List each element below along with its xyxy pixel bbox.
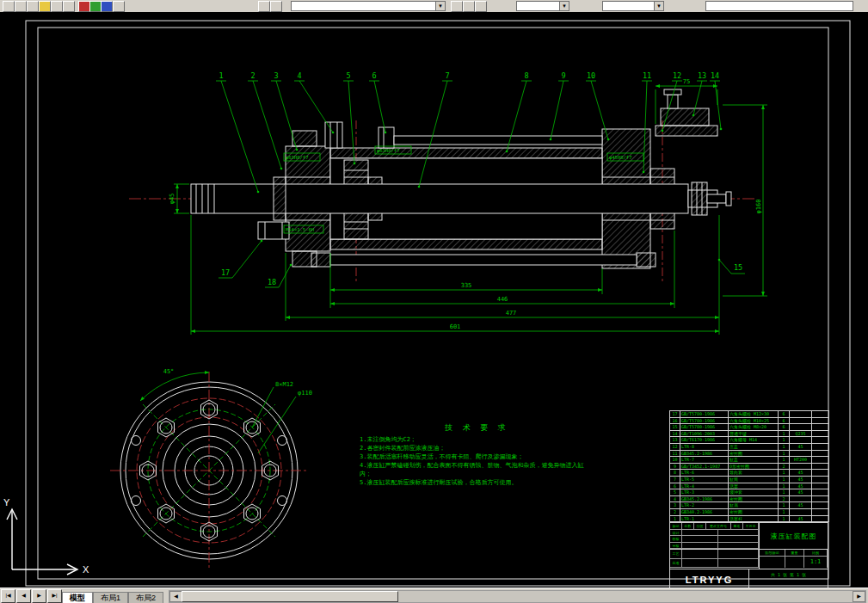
bom-qty: 1 (779, 430, 790, 437)
dim-335: 335 (461, 282, 472, 289)
folder-icon[interactable] (39, 1, 51, 12)
bom-qty: 6 (779, 411, 790, 418)
cylinder-assembly-view[interactable] (191, 89, 731, 268)
tab-nav-last[interactable]: ▶| (47, 589, 62, 603)
undo-icon[interactable] (101, 1, 113, 12)
bom-note (812, 424, 829, 431)
bom-row: 9 GB/T3452.1-1987 O形密封圈 2 (670, 463, 829, 470)
layer-states-icon[interactable] (270, 1, 282, 12)
chevron-down-icon[interactable]: ▼ (435, 2, 445, 10)
tb-scale-value: 1:1 (804, 557, 828, 568)
prev-layer-icon[interactable] (463, 1, 475, 12)
callout-15: 15 (734, 263, 742, 272)
tab-layout1[interactable]: 布局1 (93, 592, 128, 603)
drawing-canvas[interactable]: 1 2 3 4 5 6 7 8 9 10 11 (0, 12, 868, 588)
bom-code: GB340.2-1986 (680, 508, 729, 515)
bom-note (812, 430, 829, 437)
make-layer-icon[interactable] (451, 1, 463, 12)
horizontal-scrollbar[interactable]: ◀ ▶ (169, 590, 866, 603)
tech-item: 4.液压缸严禁磕碰划伤，配合表面不得有锈蚀、脏物、气泡和杂质，避免异物进入缸内； (360, 461, 594, 478)
bom-name: 导向套 (729, 470, 779, 477)
print-icon[interactable] (51, 1, 63, 12)
chevron-down-icon[interactable]: ▼ (654, 2, 663, 10)
callout-7: 7 (445, 71, 449, 80)
preview-icon[interactable] (63, 1, 75, 12)
scroll-left-icon[interactable]: ◀ (169, 591, 182, 602)
bom-material: 45 (790, 515, 812, 522)
tb-role-check: 校核 (670, 536, 682, 543)
layer-combo[interactable]: ▼ (291, 1, 446, 11)
save-file-icon[interactable] (27, 1, 39, 12)
bom-name: 活塞杆 (729, 515, 779, 522)
redo-icon[interactable] (113, 1, 125, 12)
bom-code: LTR-2 (680, 502, 729, 509)
tb-h3: 分区 (694, 523, 706, 530)
bom-qty: 2 (779, 463, 790, 470)
bom-row: 15 GB/T5780-1986 六角头螺栓 M8×20 6 (670, 424, 829, 431)
bom-note (812, 411, 829, 418)
tab-layout2[interactable]: 布局2 (128, 592, 163, 603)
callout-4: 4 (297, 71, 301, 80)
layer-off-icon[interactable] (475, 1, 487, 12)
bom-no: 2 (670, 508, 680, 515)
chevron-down-icon[interactable]: ▼ (559, 2, 569, 10)
bom-no: 14 (670, 430, 680, 437)
bom-name: 普通平键 (729, 430, 779, 437)
bom-qty: 1 (779, 437, 790, 444)
bom-row: 3 LTR-2 缸底 1 45 (670, 502, 829, 509)
tb-h5: 签名 (731, 523, 743, 530)
tech-item: 1.未注倒角均为C2； (360, 435, 594, 444)
ucs-icon: X Y (3, 497, 89, 575)
fit-label-4: φ45H8/f7 (609, 155, 632, 161)
tech-item: 3.装配后活塞杆移动应灵活，不得有卡阻、爬行及渗漏现象； (360, 452, 594, 461)
callout-17: 17 (221, 268, 230, 277)
scrollbar-thumb[interactable] (182, 591, 398, 602)
technical-requirements: 技 术 要 求 1.未注倒角均为C2； 2.各密封件装配前应涂液压油； 3.装配… (360, 423, 594, 487)
redline-icon[interactable] (78, 1, 90, 12)
color-combo[interactable]: ▼ (516, 1, 569, 11)
bom-code: GB345.2-1986 (680, 450, 729, 457)
bom-material (790, 495, 812, 502)
bom-material: 45 (790, 470, 812, 477)
fit-label-3: M14×1.5-6H (286, 227, 314, 232)
bom-qty: 1 (779, 489, 790, 496)
callout-9: 9 (561, 71, 565, 80)
bom-qty: 1 (779, 450, 790, 457)
flange-end-view[interactable]: 45° 8×M12 φ110 (110, 368, 312, 569)
scroll-right-icon[interactable]: ▶ (853, 591, 865, 602)
new-file-icon[interactable] (3, 1, 15, 12)
bom-row: 10 LTR-7 缸盖 1 HT200 (670, 457, 829, 464)
tech-item: 2.各密封件装配前应涂液压油； (360, 444, 594, 452)
tab-nav-next[interactable]: ▶ (32, 589, 46, 603)
tab-nav-first[interactable]: |◀ (1, 589, 15, 603)
bom-qty: 1 (779, 502, 790, 509)
bom-row: 13 GB/T6170-1986 六角螺母 M14 1 (670, 437, 829, 444)
bom-code: GB/T3452.1-1987 (680, 463, 729, 470)
bom-note (812, 476, 829, 483)
open-file-icon[interactable] (15, 1, 27, 12)
fit-label-1: φ63H8/f7 (286, 155, 309, 161)
bom-name: 缓冲套 (729, 489, 779, 496)
tab-model[interactable]: 模型 (62, 592, 93, 603)
match-properties-icon[interactable] (89, 1, 102, 12)
bom-code: LTR-7 (680, 457, 729, 464)
bom-material (790, 437, 812, 444)
bom-row: 4 GB345.2-1986 密封圈 2 (670, 495, 829, 502)
tab-nav-prev[interactable]: ◀ (16, 589, 31, 603)
fit-label-2: φ63H8/f7 (377, 148, 400, 154)
toolbar-input[interactable] (705, 1, 853, 11)
layer-manager-icon[interactable] (258, 1, 270, 12)
bom-name: 密封圈 (729, 495, 779, 502)
bom-material: HT200 (790, 457, 812, 464)
bom-name: 密封圈 (729, 450, 779, 457)
bom-note (812, 417, 829, 424)
linetype-combo[interactable]: ▼ (602, 1, 664, 11)
bom-no: 6 (670, 483, 680, 489)
bom-qty: 1 (779, 508, 790, 515)
bom-no: 17 (670, 411, 680, 418)
callout-12: 12 (673, 71, 681, 80)
bom-material: 45 (790, 476, 812, 483)
bom-qty: 6 (779, 424, 790, 431)
bom-note (812, 457, 829, 464)
tb-h6: 年月日 (743, 523, 759, 530)
